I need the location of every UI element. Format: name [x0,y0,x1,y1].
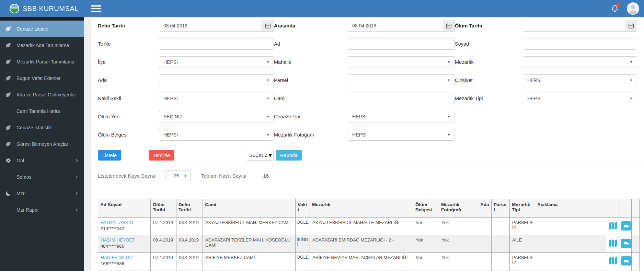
sidebar-item-gorevi-bitmeyen-araclar[interactable]: Görevi Bitmeyen Araçlar [0,136,84,152]
mezarlik-select[interactable]: ▼ [523,56,637,68]
cell-ada [478,253,492,270]
col-header-olum-tarihi: Ölüm Tarihi [151,199,176,218]
chevron-right-icon [74,191,79,196]
cell-olum-tarihi: 08.4.2019 [151,235,176,253]
chevron-down-icon: ▼ [266,115,269,118]
parsel-select[interactable]: ▼ [348,74,455,86]
sidebar-item-label: Mezarlık Parsel Tanımlama [16,59,79,64]
olum-tarihi-calendar-button[interactable] [625,20,637,32]
sidebar-item-bugun-vefat-edenler[interactable]: Bugun Vefat Edenler [0,70,84,86]
cinsiyet-select[interactable]: HEPSİ▼ [523,74,637,86]
raporla-button[interactable]: Raporla [276,150,302,161]
col-header-aciklama: Açıklama [535,199,606,218]
sidebar-item-semos[interactable]: Semos [0,169,84,185]
hamburger-icon [91,5,101,7]
chevron-down-icon: ▼ [184,174,187,178]
cami-input[interactable] [348,93,455,104]
olum-tarihi-input[interactable] [523,20,625,32]
sidebar-item-mezarlik-ada-tanimlama[interactable]: Mezarlık Ada Tanımlama [0,37,84,54]
report-type-select[interactable]: SEÇİNİZ▼ [246,150,274,161]
page-size-select[interactable]: 25▼ [165,170,191,181]
arasinda-input[interactable] [348,20,443,32]
nakil-sekli-select[interactable]: HEPSİ▼ [159,93,274,104]
sidebar-toggle-button[interactable] [91,0,107,17]
ad-input[interactable] [348,38,455,50]
brand-title: SBB KURUMSAL [23,5,79,13]
vehicle-button[interactable] [621,256,632,266]
leaf-icon [5,92,11,98]
ada-label: Ada [98,78,159,83]
defin-tarihi-input[interactable] [159,20,262,32]
user-avatar[interactable] [627,2,639,15]
map-button[interactable] [608,256,618,267]
temizle-button[interactable]: Temizle [149,150,174,161]
cell-mezarlik-tipi: AİLE [510,235,535,253]
soyad-input[interactable] [523,38,637,50]
ada-select[interactable]: ▼ [159,74,274,86]
mezarlik-tipi-label: Mezarlık Tipi [455,96,523,101]
truck-icon [623,240,630,247]
notifications-button[interactable] [610,4,619,13]
sidebar-item-mezarlik-parsel-tanimlama[interactable]: Mezarlık Parsel Tanımlama [0,54,84,70]
mezarlik-tipi-select[interactable]: HEPSİ▼ [523,93,637,104]
sidebar-item-label: Cami Tanımla Harita [16,108,79,114]
ilce-select[interactable]: HEPSİ▼ [159,56,274,68]
cell-mezarlik: AKYAZI ESKİBEDİL MAHALLE MEZARLIĞI [310,218,413,235]
map-icon [608,221,618,231]
chevron-down-icon: ▼ [447,60,450,64]
sidebar-item-ada-ve-parsel-girilmeyenler[interactable]: Ada ve Parsel Girilmeyenler [0,86,84,103]
cenaze-tipi-label: Cenaze Tipi [274,114,348,119]
sidebar-item-mzr[interactable]: Mzr [0,185,84,202]
calendar-icon [446,23,452,29]
cell-mezarlik: ARİFİYE NEVİYE MAH. AÇMALAR MEZARLIĞI [310,253,413,270]
cell-ada [478,235,492,253]
person-link[interactable]: HANİFE YILDIZ [101,255,148,260]
sidebar-item-label: Semos [16,174,74,180]
defin-tarihi-label: Defin Tarihi [98,23,159,28]
cell-parsel [492,235,510,253]
map-button[interactable] [608,238,618,249]
map-icon [608,256,618,266]
cell-olum-tarihi: 07.4.2019 [151,218,176,235]
sidebar-item-cenaze-istatistik[interactable]: Cenaze İstatistik [0,119,84,136]
person-icon [627,2,639,15]
sidebar-item-label: Ada ve Parsel Girilmeyenler [16,92,79,97]
person-link[interactable]: FATMA TAŞKIN [101,220,148,225]
cenaze-tipi-select[interactable]: HEPSİ▼ [348,111,455,122]
municipality-logo-icon [10,4,19,13]
sidebar-item-cenaze-listele[interactable]: Cenaze Listele [0,21,84,37]
results-table: Ad Soyad Ölüm Tarihi Defin Tarihi Cami V… [98,199,640,271]
sidebar-item-mzr-rapor[interactable]: Mzr Rapor [0,202,84,218]
olum-belgesi-select[interactable]: HEPSİ▼ [159,129,274,141]
cell-extra [632,218,640,235]
sidebar-item-gnl[interactable]: Gnl [0,152,84,169]
sidebar-item-label: Görevi Bitmeyen Araçlar [16,141,79,147]
col-header-vehicle [620,199,632,218]
map-button[interactable] [608,221,618,232]
defin-tarihi-calendar-button[interactable] [262,20,274,32]
mezarlik-fotografi-select[interactable]: HEPSİ▼ [348,129,455,141]
col-header-mezarlik: Mezarlık [310,199,413,218]
vehicle-button[interactable] [621,239,632,248]
leaf-icon [5,125,11,131]
parsel-label: Parsel [274,78,348,83]
sidebar-item-cami-tanimla-harita[interactable]: Cami Tanımla Harita [0,103,84,119]
leaf-icon [5,42,11,48]
arasinda-calendar-button[interactable] [443,20,455,32]
olum-yeri-select[interactable]: SEÇİNİZ▼ [159,111,274,122]
leaf-icon [5,75,11,81]
chevron-down-icon: ▼ [630,60,633,64]
header-actions [610,2,644,15]
listele-button[interactable]: Listele [98,150,121,161]
person-link[interactable]: HAŞİM HEYBET [101,237,148,243]
ad-label: Ad [274,41,348,47]
truck-icon [623,258,630,264]
col-header-mezarlik-tipi: Mezarlık Tipi [510,199,535,218]
tc-no-input[interactable] [159,38,274,50]
brand-logo-link[interactable]: SBB KURUMSAL [0,0,84,17]
mahalle-select[interactable]: ▼ [348,56,455,68]
vehicle-button[interactable] [621,221,632,231]
table-header-row: Ad Soyad Ölüm Tarihi Defin Tarihi Cami V… [98,199,640,218]
cell-mezarlik-fotografi: Yok [439,218,478,235]
cell-extra [632,253,640,270]
